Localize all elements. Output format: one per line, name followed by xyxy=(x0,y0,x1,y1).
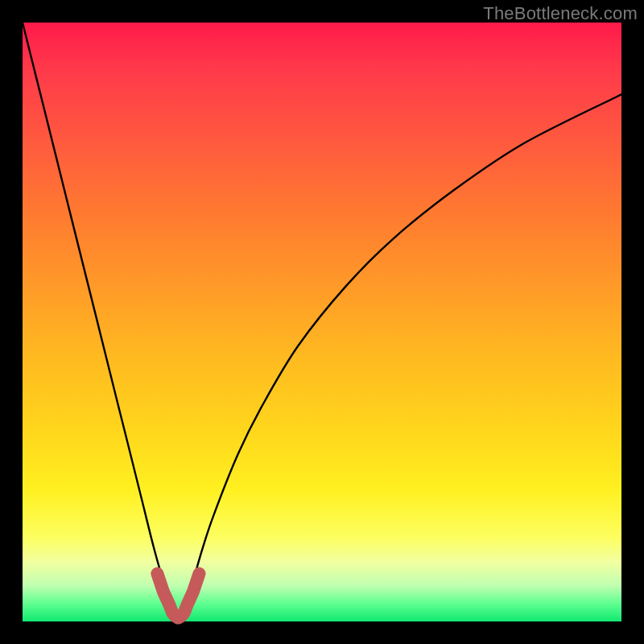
trough-marker-series xyxy=(157,574,199,618)
chart-svg xyxy=(23,23,621,621)
bottleneck-curve xyxy=(23,23,621,618)
trough-marker-line xyxy=(157,574,199,618)
chart-plot-area xyxy=(23,23,621,621)
watermark-text: TheBottleneck.com xyxy=(483,3,638,24)
